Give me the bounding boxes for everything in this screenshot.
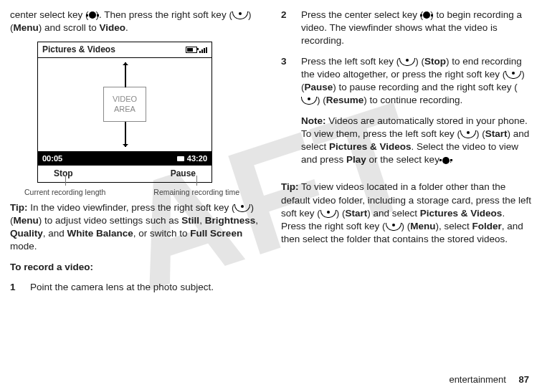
menu-label: Menu	[410, 221, 435, 231]
text: ) to pause recording and the right soft …	[333, 82, 517, 92]
video-area-line1: VIDEO	[113, 95, 137, 104]
text: ). Then press the right soft key (	[96, 9, 232, 20]
step-2: 2 Press the center select key () to begi…	[281, 9, 532, 48]
step-3: 3 Press the left soft key () (Stop) to e…	[281, 55, 532, 174]
menu-label: Menu	[14, 215, 39, 226]
step-number: 2	[281, 9, 291, 48]
phone-titlebar: Pictures & Videos	[37, 42, 212, 57]
phone-viewport: VIDEO AREA	[37, 57, 212, 152]
page-footer: entertainment 87	[449, 373, 529, 386]
text: ) to continue recording.	[363, 95, 462, 105]
stop-label: Stop	[424, 56, 446, 67]
step-body: Point the camera lens at the photo subje…	[30, 281, 261, 294]
text: ) (	[317, 95, 326, 105]
right-soft-key-icon	[301, 97, 317, 105]
phone-softkey-bar: Stop Pause	[37, 166, 212, 182]
quality-label: Quality	[10, 228, 43, 239]
step3-note: Note: Videos are automatically stored in…	[301, 115, 532, 167]
text: ) (	[336, 208, 346, 219]
center-select-key-icon	[442, 157, 450, 164]
tip-label: Tip:	[10, 202, 28, 213]
fullscreen-label: Full Screen	[190, 228, 242, 239]
left-soft-key-icon	[320, 210, 336, 218]
text: center select key (	[10, 9, 89, 20]
phone-mock: Pictures & Videos VIDEO AREA 00:05	[37, 42, 212, 182]
text: ,	[255, 215, 258, 226]
text: ) (	[401, 221, 411, 231]
pictures-videos-label: Pictures & Videos	[329, 141, 412, 152]
phone-time-bar: 00:05 43:20	[37, 152, 212, 166]
step-1: 1 Point the camera lens at the photo sub…	[10, 281, 261, 294]
step-body: Press the left soft key () (Stop) to end…	[301, 55, 532, 174]
play-label: Play	[346, 154, 366, 165]
pictures-videos-label: Pictures & Videos	[420, 208, 503, 219]
step-number: 3	[281, 55, 291, 174]
text: ) (	[476, 128, 485, 139]
text: ,	[199, 215, 205, 226]
battery-icon	[186, 47, 197, 53]
caption-left: Current recording length	[24, 187, 105, 197]
start-label: Start	[485, 128, 508, 139]
elapsed-time: 00:05	[42, 153, 62, 164]
text: or the select key	[366, 154, 442, 165]
text: ) to adjust video settings such as	[39, 215, 182, 226]
record-heading: To record a video:	[10, 261, 261, 274]
tip-label: Tip:	[281, 181, 299, 192]
left-soft-key-icon	[399, 58, 415, 66]
center-select-key-icon	[89, 11, 96, 19]
arrow-up-icon	[125, 62, 126, 87]
brightness-label: Brightness	[205, 215, 256, 226]
video-area-line2: AREA	[113, 105, 137, 114]
phone-title-text: Pictures & Videos	[42, 44, 115, 55]
step-number: 1	[10, 281, 20, 294]
right-column: 2 Press the center select key () to begi…	[281, 9, 532, 301]
text: Press the left soft key (	[301, 56, 399, 67]
folder-label: Folder	[472, 221, 502, 231]
whitebalance-label: White Balance	[67, 228, 133, 239]
step-body: Press the center select key () to begin …	[301, 9, 532, 48]
left-soft-key-icon	[460, 130, 476, 138]
menu-label: Menu	[14, 22, 39, 33]
memory-card-icon	[177, 156, 184, 161]
text: ) and scroll to	[39, 22, 100, 33]
viewfinder-figure: Pictures & Videos VIDEO AREA 00:05	[37, 42, 261, 196]
text: ), select	[436, 221, 472, 231]
footer-page-number: 87	[519, 374, 529, 385]
status-icons	[186, 47, 207, 53]
still-label: Still	[181, 215, 199, 226]
tip-paragraph: Tip: In the video viewfinder, press the …	[10, 201, 261, 254]
signal-icon	[199, 47, 207, 53]
text: Press the center select key (	[301, 9, 423, 20]
text: In the video viewfinder, press the right…	[28, 202, 235, 213]
right-soft-key-icon	[505, 71, 521, 79]
footer-section: entertainment	[449, 374, 506, 385]
center-select-key-icon	[423, 11, 430, 19]
text: , and	[43, 228, 67, 239]
start-label: Start	[346, 208, 368, 219]
remaining-time: 43:20	[187, 154, 207, 163]
resume-label: Resume	[326, 95, 364, 105]
right-soft-key-icon	[386, 223, 401, 231]
text: ) (	[415, 56, 424, 67]
text: ) and select	[367, 208, 420, 219]
intro-paragraph: center select key (). Then press the rig…	[10, 9, 261, 34]
tip2-paragraph: Tip: To view videos located in a folder …	[281, 181, 532, 246]
text: .	[125, 22, 128, 33]
figure-captions: Current recording length Remaining recor…	[24, 187, 239, 197]
caption-right: Remaining recording time	[153, 187, 239, 197]
remaining-wrap: 43:20	[177, 153, 207, 164]
text: , or switch to	[133, 228, 191, 239]
arrow-down-icon	[125, 122, 126, 147]
video-label: Video	[100, 22, 126, 33]
step3-main: Press the left soft key () (Stop) to end…	[301, 55, 532, 107]
left-column: center select key (). Then press the rig…	[10, 9, 261, 301]
right-soft-key-icon	[234, 204, 250, 212]
text: mode.	[10, 241, 37, 252]
right-soft-key-icon	[232, 11, 248, 19]
content-columns: center select key (). Then press the rig…	[10, 9, 532, 301]
note-label: Note:	[301, 115, 326, 126]
softkey-left-label: Stop	[54, 168, 73, 179]
video-area-box: VIDEO AREA	[103, 87, 146, 121]
softkey-right-label: Pause	[171, 168, 196, 179]
pause-label: Pause	[305, 82, 333, 92]
